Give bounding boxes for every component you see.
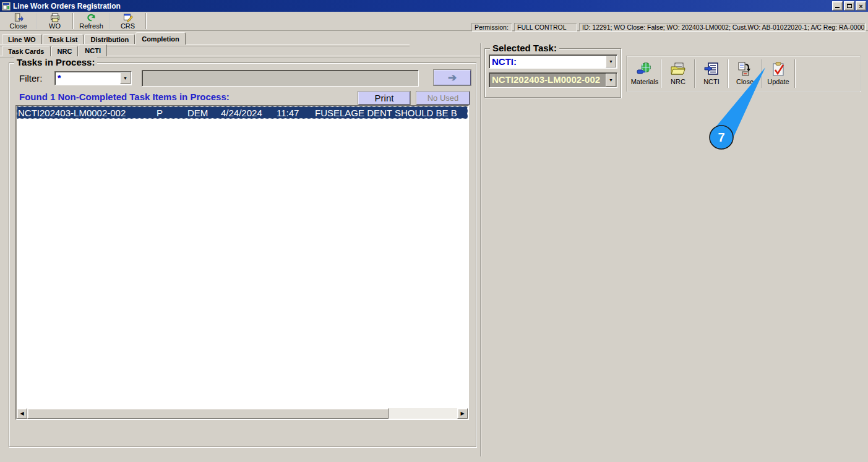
toolbar-crs-label: CRS bbox=[121, 23, 135, 30]
callout-circle bbox=[710, 126, 733, 149]
filter-dropdown-icon[interactable]: ▼ bbox=[120, 72, 131, 84]
materials-label: Materials bbox=[631, 78, 659, 85]
toolbar-separator bbox=[36, 13, 37, 29]
scroll-right-icon[interactable]: ▶ bbox=[457, 408, 468, 419]
toolbar-refresh-label: Refresh bbox=[79, 23, 103, 30]
iconbar-separator bbox=[728, 59, 729, 88]
selected-task-title: Selected Task: bbox=[490, 43, 559, 53]
tab-task-cards[interactable]: Task Cards bbox=[2, 46, 51, 56]
toolbar-close-label: Close bbox=[9, 23, 27, 30]
toolbar-separator bbox=[109, 13, 110, 29]
nrc-button[interactable]: NRC bbox=[663, 58, 694, 89]
update-label: Update bbox=[767, 78, 789, 85]
selected-task-group: Selected Task: NCTI: ▼ NCTI202403-LM0002… bbox=[484, 48, 621, 98]
permission-bar: Permission: FULL CONTROL ID: 12291; WO C… bbox=[471, 23, 866, 32]
window-title: Line Work Orders Registration bbox=[13, 2, 831, 11]
document-edit-icon bbox=[122, 13, 134, 22]
permission-value: FULL CONTROL bbox=[514, 23, 577, 32]
sub-tab-strip: Task Cards NRC NCTI bbox=[2, 44, 108, 56]
tab-ncti[interactable]: NCTI bbox=[79, 44, 107, 56]
found-tasks-label: Found 1 Non-Completed Task Items in Proc… bbox=[19, 92, 230, 102]
toolbar-separator bbox=[72, 13, 74, 29]
folder-document-icon bbox=[670, 62, 686, 77]
tab-line-wo[interactable]: Line WO bbox=[2, 34, 42, 45]
toolbar-wo-label: WO bbox=[49, 23, 61, 30]
tab-nrc[interactable]: NRC bbox=[51, 46, 79, 56]
tasks-list[interactable]: NCTI202403-LM0002-002 P DEM 4/24/2024 11… bbox=[15, 105, 469, 420]
exit-door-icon bbox=[13, 13, 24, 22]
task-list-row-selected[interactable]: NCTI202403-LM0002-002 P DEM 4/24/2024 11… bbox=[17, 106, 468, 119]
filter-label: Filter: bbox=[19, 73, 43, 83]
horizontal-scrollbar[interactable]: ◀ ▶ bbox=[17, 408, 468, 419]
task-date-cell: 4/24/2024 bbox=[221, 108, 262, 118]
iconbar-separator bbox=[694, 59, 695, 88]
restore-button[interactable] bbox=[844, 1, 854, 11]
tasks-in-process-group: Tasks in Process: Filter: * ▼ ➔ Found 1 … bbox=[9, 62, 476, 447]
minimize-icon bbox=[835, 7, 840, 8]
main-tab-strip: Line WO Task List Distribution Completio… bbox=[2, 32, 186, 45]
tab-task-list[interactable]: Task List bbox=[43, 34, 84, 45]
toolbar-refresh-button[interactable]: Refresh bbox=[76, 12, 106, 30]
clipboard-check-icon bbox=[770, 62, 786, 77]
task-type-combobox[interactable]: NCTI: ▼ bbox=[489, 54, 617, 69]
table-arrow-icon bbox=[703, 62, 720, 77]
globe-hand-icon bbox=[637, 62, 653, 77]
refresh-arrow-icon bbox=[86, 13, 97, 22]
close-window-button[interactable]: × bbox=[856, 1, 866, 11]
toolbar-wo-button[interactable]: WO bbox=[40, 12, 70, 30]
restore-icon bbox=[847, 4, 852, 8]
callout-number: 7 bbox=[718, 130, 724, 144]
scrollbar-thumb[interactable] bbox=[27, 408, 389, 419]
panel-divider bbox=[480, 43, 481, 456]
permission-label: Permission: bbox=[471, 23, 512, 32]
iconbar-separator bbox=[761, 59, 762, 88]
materials-button[interactable]: Materials bbox=[629, 58, 660, 89]
iconbar-separator bbox=[794, 59, 796, 88]
task-id-combobox[interactable]: NCTI202403-LM0002-002 ▼ bbox=[489, 72, 617, 88]
filter-value: * bbox=[55, 72, 119, 85]
update-button[interactable]: Update bbox=[763, 58, 794, 89]
task-time-cell: 11:47 bbox=[277, 108, 299, 118]
task-id-dropdown-icon[interactable]: ▼ bbox=[606, 74, 616, 87]
apply-filter-button[interactable]: ➔ bbox=[434, 70, 471, 85]
task-type-value: NCTI: bbox=[489, 55, 605, 68]
title-bar: Line Work Orders Registration × bbox=[0, 0, 868, 12]
tab-distribution[interactable]: Distribution bbox=[84, 34, 135, 45]
filter-text-field[interactable] bbox=[142, 70, 419, 87]
printer-icon bbox=[49, 13, 61, 22]
document-close-icon bbox=[737, 62, 753, 77]
close-icon: × bbox=[859, 3, 862, 9]
tasks-group-title: Tasks in Process: bbox=[14, 57, 97, 67]
task-type-dropdown-icon[interactable]: ▼ bbox=[606, 56, 616, 67]
filter-combobox[interactable]: * ▼ bbox=[54, 71, 132, 85]
close-task-label: Close bbox=[736, 78, 754, 85]
ncti-button[interactable]: NCTI bbox=[696, 58, 727, 89]
scroll-left-icon[interactable]: ◀ bbox=[17, 408, 27, 419]
toolbar-close-button[interactable]: Close bbox=[3, 12, 33, 30]
print-button[interactable]: Print bbox=[358, 92, 410, 105]
task-id-value: NCTI202403-LM0002-002 bbox=[489, 73, 605, 87]
close-task-button[interactable]: Close bbox=[729, 58, 760, 89]
permission-details: ID: 12291; WO Close: False; WO: 202403-L… bbox=[579, 23, 866, 32]
app-icon bbox=[2, 2, 11, 11]
task-type-cell: DEM bbox=[187, 108, 208, 118]
tab-completion[interactable]: Completion bbox=[135, 32, 186, 45]
task-action-toolbar: Materials NRC NCTI Close bbox=[626, 56, 861, 92]
iconbar-separator bbox=[661, 59, 662, 88]
no-used-button[interactable]: No Used bbox=[416, 92, 470, 105]
task-description-cell: FUSELAGE DENT SHOULD BE B bbox=[315, 108, 457, 118]
nrc-label: NRC bbox=[671, 78, 685, 85]
minimize-button[interactable] bbox=[832, 1, 843, 11]
toolbar-crs-button[interactable]: CRS bbox=[113, 12, 143, 30]
right-arrow-icon: ➔ bbox=[448, 75, 457, 81]
task-status-cell: P bbox=[157, 108, 163, 118]
toolbar-separator bbox=[145, 13, 147, 29]
task-id-cell: NCTI202403-LM0002-002 bbox=[18, 108, 126, 118]
ncti-close-label: NCTI bbox=[703, 78, 720, 85]
scrollbar-track[interactable] bbox=[389, 408, 457, 419]
